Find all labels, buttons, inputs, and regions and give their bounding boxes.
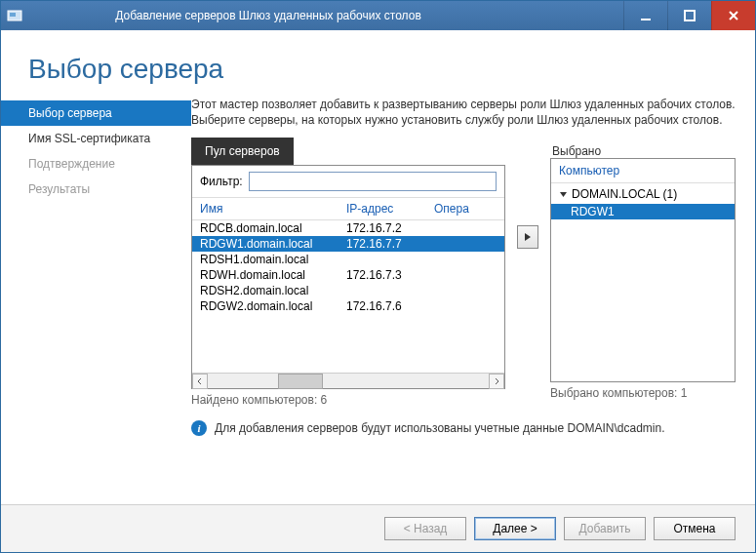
selected-header: Выбрано (550, 138, 736, 158)
pool-columns[interactable]: Имя IP-адрес Опера (192, 198, 504, 220)
server-row[interactable]: RDSH2.domain.local (192, 283, 504, 298)
selected-server-item[interactable]: RDGW1 (551, 204, 735, 219)
info-icon: i (191, 420, 207, 436)
server-row[interactable]: RDGW2.domain.local 172.16.7.6 (192, 298, 504, 314)
titlebar[interactable]: Добавление серверов Шлюз удаленных рабоч… (1, 1, 755, 30)
description-text: Этот мастер позволяет добавить к разверт… (191, 97, 736, 128)
scroll-right-icon[interactable] (489, 374, 504, 389)
server-list[interactable]: RDCB.domain.local 172.16.7.2 RDGW1.domai… (192, 220, 504, 373)
maximize-button[interactable] (667, 1, 711, 30)
back-button[interactable]: < Назад (384, 517, 466, 540)
next-button[interactable]: Далее > (474, 517, 556, 540)
filter-input[interactable] (249, 172, 497, 191)
server-row[interactable]: RDGW1.domain.local 172.16.7.7 (192, 236, 504, 252)
pool-tab[interactable]: Пул серверов (191, 138, 294, 165)
svg-rect-2 (641, 19, 651, 20)
scroll-thumb[interactable] (278, 374, 323, 389)
col-ip[interactable]: IP-адрес (346, 202, 434, 216)
triangle-right-icon (523, 232, 533, 242)
selected-column[interactable]: Компьютер (551, 159, 735, 183)
col-name[interactable]: Имя (200, 202, 346, 216)
wizard-window: Добавление серверов Шлюз удаленных рабоч… (0, 0, 756, 553)
add-server-button[interactable] (517, 225, 538, 249)
info-text: Для добавления серверов будут использова… (215, 421, 664, 435)
step-ssl-cert[interactable]: Имя SSL-сертификата (1, 126, 191, 151)
scroll-left-icon[interactable] (192, 374, 208, 389)
footer-buttons: < Назад Далее > Добавить Отмена (1, 504, 755, 552)
selected-count: Выбрано компьютеров: 1 (550, 386, 736, 400)
info-bar: i Для добавления серверов будут использо… (191, 420, 736, 436)
svg-rect-3 (685, 11, 695, 20)
found-count: Найдено компьютеров: 6 (191, 393, 505, 407)
server-pool-box: Фильтр: Имя IP-адрес Опера RDCB.domain.l (191, 165, 505, 389)
selected-box: Компьютер DOMAIN.LOCAL (1) RDGW1 (550, 158, 736, 382)
page-title: Выбор сервера (28, 54, 728, 85)
app-icon (7, 8, 22, 23)
server-row[interactable]: RDCB.domain.local 172.16.7.2 (192, 220, 504, 236)
selected-domain-node[interactable]: DOMAIN.LOCAL (1) (551, 185, 735, 203)
filter-label: Фильтр: (200, 175, 243, 188)
col-os[interactable]: Опера (434, 202, 497, 216)
window-title: Добавление серверов Шлюз удаленных рабоч… (30, 9, 623, 22)
triangle-down-icon (559, 190, 568, 199)
cancel-button[interactable]: Отмена (654, 517, 736, 540)
close-button[interactable] (711, 1, 755, 30)
wizard-steps: Выбор сервера Имя SSL-сертификата Подтве… (1, 97, 191, 504)
step-results: Результаты (1, 177, 191, 202)
step-confirm: Подтверждение (1, 151, 191, 177)
minimize-button[interactable] (623, 1, 667, 30)
horizontal-scrollbar[interactable] (192, 373, 504, 388)
svg-rect-1 (10, 13, 16, 17)
step-select-server[interactable]: Выбор сервера (1, 100, 191, 126)
add-button[interactable]: Добавить (564, 517, 646, 540)
server-row[interactable]: RDWH.domain.local 172.16.7.3 (192, 267, 504, 283)
server-row[interactable]: RDSH1.domain.local (192, 252, 504, 267)
